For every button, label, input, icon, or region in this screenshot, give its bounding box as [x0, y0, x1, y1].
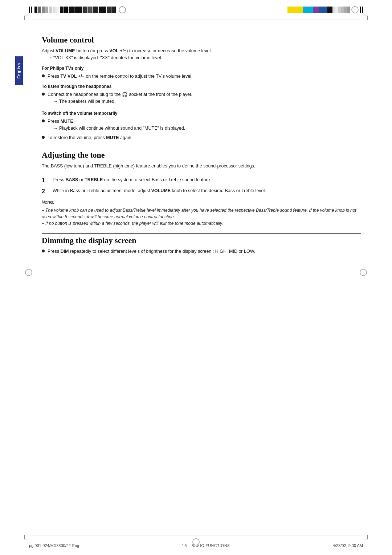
- volume-display-note: → "VOL XX" is displayed. "XX" denotes th…: [48, 54, 361, 61]
- bullet-dot-philips: [42, 74, 45, 77]
- dimming-bullet: Press DIM repeatedly to select different…: [42, 248, 361, 255]
- notes-block: Notes: – The volume knob can be used to …: [42, 199, 361, 227]
- headphones-bullet: Connect the headphones plug to the 🎧 soc…: [42, 91, 361, 106]
- bottom-margin-line: [29, 535, 363, 535]
- tone-intro: The BASS (low tone) and TREBLE (high ton…: [42, 163, 361, 170]
- dimming-content: Press DIM repeatedly to select different…: [48, 248, 361, 255]
- footer-filename: pg 001-024/MX3800/22-Eng: [29, 543, 79, 548]
- philips-content: Press TV VOL +/− on the remote control t…: [48, 73, 361, 80]
- main-content: Volume control Adjust VOLUME button (or …: [42, 33, 361, 530]
- dimming-title: Dimming the display screen: [42, 236, 361, 245]
- mute-arrow: → Playback will continue without sound a…: [53, 125, 361, 132]
- corner-mark-bl: [24, 535, 29, 539]
- top-margin-line: [29, 20, 363, 20]
- bullet-dot-headphones: [42, 93, 45, 96]
- notes-text2: – If no button is pressed within a few s…: [42, 220, 361, 227]
- bullet-dot-restore: [42, 136, 45, 139]
- restore-bullet: To restore the volume, press MUTE again.: [42, 134, 361, 141]
- footer-date: 4/23/02, 9:00 AM: [333, 543, 363, 548]
- top-color-bar: [29, 7, 363, 13]
- notes-title: Notes:: [42, 199, 361, 206]
- dimming-section: Dimming the display screen Press DIM rep…: [42, 233, 361, 255]
- tone-step1: 1 Press BASS or TREBLE on the system to …: [42, 177, 361, 185]
- dimming-body: Press DIM repeatedly to select different…: [42, 248, 361, 255]
- top-circle-right: [351, 6, 359, 13]
- philips-bullet: Press TV VOL +/− on the remote control t…: [42, 73, 361, 80]
- corner-mark-tr: [363, 16, 368, 20]
- tone-step2: 2 While in Bass or Treble adjustment mod…: [42, 187, 361, 195]
- headphones-content: Connect the headphones plug to the 🎧 soc…: [48, 91, 361, 106]
- volume-control-title: Volume control: [42, 35, 361, 45]
- adjusting-tone-section: Adjusting the tone The BASS (low tone) a…: [42, 148, 361, 227]
- section-divider-volume: [42, 33, 361, 33]
- philips-heading: For Philips TVs only: [42, 65, 361, 72]
- language-label: English: [15, 56, 23, 85]
- adjusting-tone-body: The BASS (low tone) and TREBLE (high ton…: [42, 163, 361, 227]
- adjusting-tone-title: Adjusting the tone: [42, 150, 361, 160]
- volume-intro: Adjust VOLUME button (or press VOL +/−) …: [42, 48, 361, 54]
- mute-heading: To switch off the volume temporarily: [42, 110, 361, 117]
- corner-mark-tl: [24, 16, 29, 20]
- bullet-dot-dimming: [42, 250, 45, 252]
- volume-control-section: Volume control Adjust VOLUME button (or …: [42, 33, 361, 141]
- arrow-icon: →: [48, 55, 52, 60]
- left-margin-line: [29, 20, 29, 535]
- mute-bullet: Press MUTE. → Playback will continue wit…: [42, 118, 361, 133]
- top-circle-left: [119, 6, 126, 13]
- headphones-arrow: → The speakers will be muted.: [53, 98, 361, 105]
- bottom-center-circle: [192, 538, 200, 546]
- step2-number: 2: [42, 187, 50, 195]
- footer-center-block: 16 Basic Functions: [182, 543, 230, 548]
- mute-content: Press MUTE. → Playback will continue wit…: [48, 118, 361, 133]
- headphones-heading: To listen through the headphones: [42, 83, 361, 90]
- section-divider-dimming: [42, 233, 361, 234]
- step1-number: 1: [42, 177, 50, 185]
- basic-functions-label: 16 Basic Functions: [182, 543, 230, 548]
- restore-content: To restore the volume, press MUTE again.: [48, 134, 361, 141]
- right-margin-line: [363, 20, 363, 535]
- volume-control-body: Adjust VOLUME button (or press VOL +/−) …: [42, 48, 361, 141]
- section-divider-tone: [42, 148, 361, 148]
- bullet-dot-mute: [42, 119, 45, 122]
- notes-text1: – The volume knob can be used to adjust …: [42, 207, 361, 220]
- step1-content: Press BASS or TREBLE on the system to se…: [53, 177, 361, 183]
- step2-content: While in Bass or Treble adjustment mode,…: [53, 187, 361, 194]
- side-circle-left: [25, 269, 32, 276]
- corner-mark-br: [363, 535, 368, 539]
